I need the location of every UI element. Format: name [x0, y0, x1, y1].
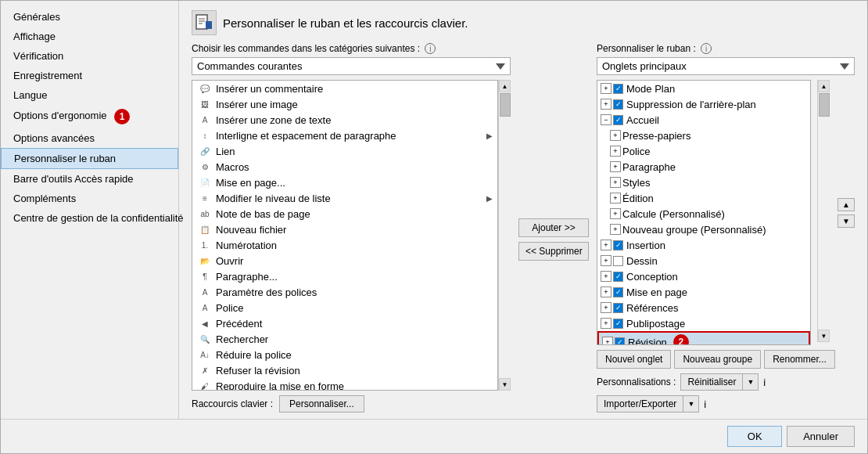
- left-pane-dropdown[interactable]: Commandes courantes: [192, 57, 511, 75]
- list-item[interactable]: A Paramètre des polices: [192, 284, 497, 300]
- sidebar-item-affichage[interactable]: Affichage: [1, 27, 178, 46]
- scroll-down-btn[interactable]: ▼: [499, 378, 511, 391]
- tree-item-nouveau-groupe-custom[interactable]: + Nouveau groupe (Personnalisé): [597, 222, 810, 237]
- personnaliser-shortcut-button[interactable]: Personnaliser...: [279, 395, 364, 413]
- list-item[interactable]: 🖌 Reproduire la mise en forme: [192, 378, 497, 391]
- tree-item-calcule[interactable]: + Calcule (Personnalisé): [597, 206, 810, 222]
- list-item[interactable]: 1. Numérotation: [192, 237, 497, 253]
- tree-item-accueil[interactable]: − Accueil: [597, 112, 810, 128]
- tree-item-mise-en-page[interactable]: + Mise en page: [597, 284, 810, 300]
- right-pane: Personnaliser le ruban : i Onglets princ…: [597, 43, 855, 413]
- list-item[interactable]: 📋 Nouveau fichier: [192, 222, 497, 237]
- new-group-button[interactable]: Nouveau groupe: [674, 350, 761, 369]
- move-down-button[interactable]: ▼: [838, 214, 855, 228]
- checkbox-references[interactable]: [613, 303, 623, 313]
- import-info-icon[interactable]: i: [704, 398, 706, 410]
- sidebar-item-acces-rapide[interactable]: Barre d'outils Accès rapide: [1, 169, 178, 189]
- tree-item-paragraphe[interactable]: + Paragraphe: [597, 159, 810, 175]
- list-item[interactable]: ≡ Modifier le niveau de liste ▶: [192, 190, 497, 206]
- tree-item-revision[interactable]: + Révision 2: [597, 331, 810, 345]
- tree-scroll-up[interactable]: ▲: [818, 80, 830, 92]
- sidebar-item-generales[interactable]: Générales: [1, 7, 178, 27]
- tree-item-insertion[interactable]: + Insertion: [597, 237, 810, 253]
- sidebar-item-complements[interactable]: Compléments: [1, 189, 178, 208]
- reinit-info-icon[interactable]: i: [763, 377, 766, 388]
- list-item[interactable]: 🔍 Rechercher: [192, 331, 497, 347]
- checkbox-insertion[interactable]: [613, 240, 623, 250]
- list-item[interactable]: 📂 Ouvrir: [192, 253, 497, 268]
- left-info-icon[interactable]: i: [425, 43, 436, 54]
- tree-item-styles[interactable]: + Styles: [597, 175, 810, 190]
- expand-icon: +: [610, 208, 621, 219]
- list-item[interactable]: ✗ Refuser la révision: [192, 362, 497, 378]
- scroll-track: [499, 92, 511, 378]
- sidebar-item-enregistrement[interactable]: Enregistrement: [1, 66, 178, 85]
- sidebar-item-verification[interactable]: Vérification: [1, 46, 178, 66]
- tree-item-publipostage[interactable]: + Publipostage: [597, 315, 810, 331]
- rename-button[interactable]: Renommer...: [764, 350, 835, 369]
- checkbox-publipostage[interactable]: [613, 319, 623, 329]
- expand-icon: +: [601, 240, 612, 250]
- right-info-icon[interactable]: i: [701, 43, 712, 54]
- checkbox-dessin[interactable]: [613, 256, 623, 266]
- reinitialiser-split-button[interactable]: Réinitialiser ▼: [680, 373, 759, 391]
- list-item[interactable]: ⚙ Macros: [192, 159, 497, 175]
- tree-item-police[interactable]: + Police: [597, 143, 810, 159]
- list-item[interactable]: ↕ Interligne et espacement de paragraphe…: [192, 128, 497, 143]
- tree-item-suppression[interactable]: + Suppression de l'arrière-plan: [597, 96, 810, 112]
- list-item[interactable]: ab Note de bas de page: [192, 206, 497, 222]
- sidebar-item-langue[interactable]: Langue: [1, 85, 178, 105]
- svg-rect-4: [206, 21, 212, 29]
- spacing-icon: ↕: [197, 129, 213, 142]
- checkbox-suppression[interactable]: [613, 99, 623, 110]
- badge-2: 2: [673, 334, 689, 345]
- checkbox-revision[interactable]: [615, 337, 625, 346]
- sidebar-item-ergonomie[interactable]: Options d'ergonomie 1: [1, 105, 178, 128]
- left-list-scrollbar: ▲ ▼: [498, 80, 511, 391]
- police-icon: A: [197, 301, 213, 314]
- expand-icon: −: [601, 114, 612, 125]
- cancel-button[interactable]: Annuler: [787, 426, 855, 447]
- shrink-icon: A↓: [197, 348, 213, 361]
- textbox-icon: A: [197, 114, 213, 126]
- tree-item-dessin[interactable]: + Dessin: [597, 253, 810, 268]
- checkbox-mise-en-page[interactable]: [613, 287, 623, 297]
- list-item[interactable]: ◀ Précédent: [192, 315, 497, 331]
- sidebar-item-personnaliser-ruban[interactable]: Personnaliser le ruban: [1, 148, 178, 169]
- scroll-up-btn[interactable]: ▲: [499, 80, 511, 92]
- checkbox-conception[interactable]: [613, 272, 623, 282]
- list-item[interactable]: 🖼 Insérer une image: [192, 96, 497, 112]
- importer-exporter-split-button[interactable]: Importer/Exporter ▼: [597, 395, 699, 413]
- new-tab-button[interactable]: Nouvel onglet: [597, 350, 671, 369]
- tree-item-presse-papiers[interactable]: + Presse-papiers: [597, 128, 810, 143]
- ok-button[interactable]: OK: [727, 426, 782, 447]
- list-item[interactable]: 🔗 Lien: [192, 143, 497, 159]
- move-up-button[interactable]: ▲: [838, 198, 855, 211]
- tree-scroll-thumb: [819, 93, 830, 117]
- sidebar-item-confidentialite[interactable]: Centre de gestion de la confidentialité: [1, 208, 178, 228]
- two-pane: Choisir les commandes dans les catégorie…: [192, 43, 855, 413]
- sidebar-item-avancees[interactable]: Options avancées: [1, 128, 178, 148]
- list-item[interactable]: A↓ Réduire la police: [192, 347, 497, 362]
- main-content: Personnaliser le ruban et les raccourcis…: [179, 1, 867, 419]
- remove-button[interactable]: << Supprimer: [518, 242, 589, 261]
- list-item[interactable]: A Police: [192, 300, 497, 315]
- checkbox-mode-plan[interactable]: [613, 84, 623, 94]
- tree-item-references[interactable]: + Références: [597, 300, 810, 315]
- copy-icon: 🖌: [197, 380, 213, 391]
- list-item[interactable]: A Insérer une zone de texte: [192, 112, 497, 128]
- expand-icon: +: [610, 146, 621, 157]
- tree-item-mode-plan[interactable]: + Mode Plan: [597, 81, 810, 96]
- list-item[interactable]: 💬 Insérer un commentaire: [192, 81, 497, 96]
- tree-scroll-down[interactable]: ▼: [818, 330, 830, 342]
- list-item[interactable]: ¶ Paragraphe...: [192, 268, 497, 284]
- tree-item-edition[interactable]: + Édition: [597, 190, 810, 206]
- tree-item-conception[interactable]: + Conception: [597, 268, 810, 284]
- right-pane-dropdown[interactable]: Onglets principaux: [597, 57, 855, 75]
- image-icon: 🖼: [197, 98, 213, 110]
- checkbox-accueil[interactable]: [613, 115, 623, 125]
- expand-icon: +: [602, 337, 613, 345]
- add-button[interactable]: Ajouter >>: [518, 218, 589, 237]
- expand-icon: +: [601, 255, 612, 266]
- list-item[interactable]: 📄 Mise en page...: [192, 175, 497, 190]
